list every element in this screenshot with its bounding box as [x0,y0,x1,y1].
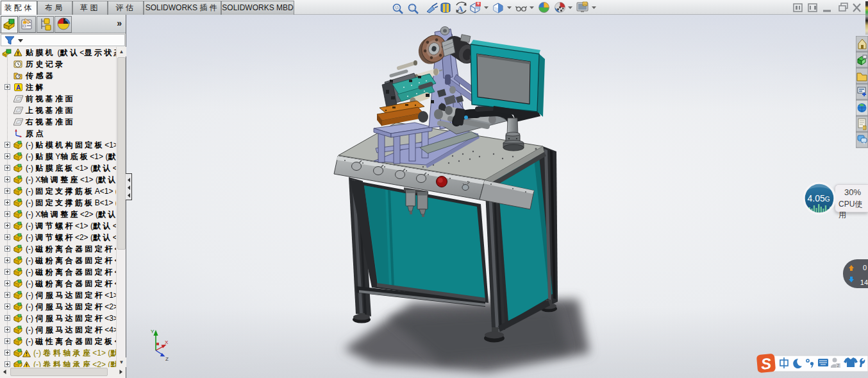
svg-text:A: A [16,84,21,91]
svg-text:S: S [760,354,772,372]
svg-text:Y: Y [151,329,154,334]
svg-text:2: 2 [837,363,840,368]
svg-text:0: 0 [863,264,867,271]
svg-text:X: X [165,339,169,345]
svg-text:141: 141 [860,279,868,286]
svg-text:Z: Z [165,356,169,362]
